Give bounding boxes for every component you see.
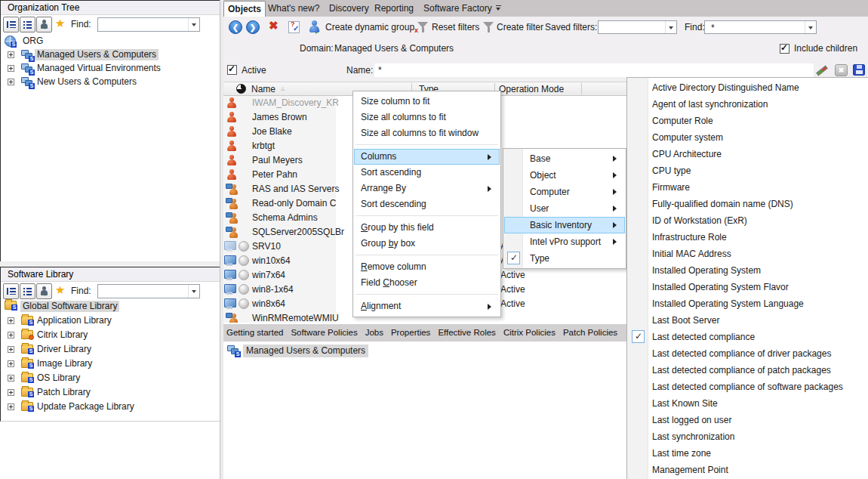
menu-item-intel-vpro-support[interactable]: Intel vPro support bbox=[503, 233, 626, 250]
bottom-tab-patch-policies[interactable]: Patch Policies bbox=[560, 324, 620, 341]
favorites-star-icon[interactable]: ★ bbox=[55, 17, 65, 30]
menu-item-basic-inventory[interactable]: Basic Inventory bbox=[503, 217, 626, 233]
menu-item-installed-operating-system[interactable]: Installed Operating System bbox=[627, 262, 868, 279]
column-header-operation-mode[interactable]: Operation Mode bbox=[499, 82, 564, 96]
menu-item-last-detected-compliance-of-patch-packages[interactable]: Last detected compliance of patch packag… bbox=[627, 362, 868, 379]
menu-item-remove-column[interactable]: Remove column bbox=[353, 259, 500, 275]
save-filter-icon[interactable] bbox=[853, 64, 865, 76]
create-filter-button[interactable]: Create filter bbox=[497, 17, 543, 38]
menu-item-last-detected-compliance-of-driver-packages[interactable]: Last detected compliance of driver packa… bbox=[627, 345, 868, 362]
lib-find-combo[interactable] bbox=[97, 284, 200, 298]
menu-item-alignment[interactable]: Alignment bbox=[353, 298, 500, 314]
delete-button[interactable]: ✖ bbox=[269, 19, 279, 32]
menu-item-size-column-to-fit[interactable]: Size column to fit bbox=[353, 94, 500, 110]
dynamic-group-icon[interactable] bbox=[309, 20, 321, 33]
saved-filters-combo[interactable] bbox=[598, 20, 677, 34]
tab-discovery[interactable]: Discovery bbox=[329, 0, 369, 17]
tree-item[interactable]: SNew Users & Computers bbox=[2, 76, 221, 89]
software-factory-dropdown-icon[interactable] bbox=[495, 5, 502, 11]
lib-tree-view-button[interactable] bbox=[3, 283, 19, 299]
menu-item-last-logged-on-user[interactable]: Last logged on user bbox=[627, 412, 868, 428]
tree-root-item[interactable]: SORG bbox=[2, 35, 221, 48]
tree-item[interactable]: SManaged Users & Computers bbox=[2, 48, 221, 62]
tree-item[interactable]: SManaged Virtual Environments bbox=[2, 62, 221, 76]
back-button[interactable]: ❮ bbox=[229, 20, 242, 34]
menu-item-group-by-this-field[interactable]: Group by this field bbox=[353, 220, 500, 236]
menu-item-last-detected-compliance-of-software-packages[interactable]: Last detected compliance of software pac… bbox=[627, 379, 868, 395]
org-find-combo[interactable] bbox=[97, 17, 200, 32]
reset-filters-icon[interactable]: x bbox=[417, 21, 429, 33]
column-separator[interactable] bbox=[581, 83, 582, 94]
tab-what-s-new-[interactable]: What's new? bbox=[268, 0, 319, 17]
edit-filter-icon[interactable] bbox=[817, 64, 829, 76]
lib-favorites-star-icon[interactable]: ★ bbox=[55, 283, 65, 297]
list-view-button[interactable] bbox=[20, 17, 35, 32]
menu-item-active-directory-distinguished-name[interactable]: Active Directory Distinguished Name bbox=[627, 79, 868, 96]
menu-item-size-all-columns-to-fit-window[interactable]: Size all columns to fit window bbox=[353, 125, 500, 141]
tree-item[interactable]: Citrix Library bbox=[2, 329, 221, 343]
menu-item-computer-system[interactable]: Computer system bbox=[627, 129, 868, 146]
menu-item-last-time-zone[interactable]: Last time zone bbox=[627, 445, 868, 462]
reset-filters-button[interactable]: Reset filters bbox=[432, 17, 479, 38]
row-type-header-icon[interactable] bbox=[236, 84, 246, 94]
menu-item-base[interactable]: Base bbox=[503, 150, 626, 167]
name-filter-field[interactable]: * bbox=[374, 63, 814, 77]
menu-item-last-boot-server[interactable]: Last Boot Server bbox=[627, 312, 868, 329]
menu-item-id-of-workstation-exr-[interactable]: ID of Workstation (ExR) bbox=[627, 212, 868, 229]
bottom-tab-software-policies[interactable]: Software Policies bbox=[288, 324, 360, 341]
menu-item-object[interactable]: Object bbox=[503, 167, 626, 184]
org-find-combo-arrow[interactable] bbox=[188, 18, 199, 31]
active-filter-checkbox[interactable]: ✓ bbox=[227, 65, 237, 75]
menu-item-initial-mac-address[interactable]: Initial MAC Address bbox=[627, 246, 868, 262]
forward-button[interactable]: ❯ bbox=[246, 20, 260, 34]
bottom-tab-jobs[interactable]: Jobs bbox=[362, 324, 386, 341]
tree-item[interactable]: SOS Library bbox=[2, 372, 221, 386]
menu-item-sort-descending[interactable]: Sort descending bbox=[353, 196, 500, 212]
menu-item-arrange-by[interactable]: Arrange By bbox=[353, 181, 500, 196]
tree-root-item[interactable]: SGlobal Software Library bbox=[2, 300, 221, 314]
expander-icon[interactable] bbox=[8, 389, 14, 396]
expander-icon[interactable] bbox=[8, 317, 14, 324]
menu-item-last-known-site[interactable]: Last Known Site bbox=[627, 395, 868, 412]
column-header-name[interactable]: Name bbox=[251, 82, 275, 96]
create-filter-icon[interactable] bbox=[483, 21, 494, 33]
menu-item-last-detected-compliance[interactable]: Last detected compliance bbox=[627, 329, 868, 345]
menu-item-cpu-architecture[interactable]: CPU Architecture bbox=[627, 146, 868, 162]
panel-splitter-gap[interactable] bbox=[0, 261, 221, 267]
menu-item-field-chooser[interactable]: Field Chooser bbox=[353, 275, 500, 291]
tab-objects[interactable]: Objects bbox=[223, 1, 266, 17]
menu-item-sort-ascending[interactable]: Sort ascending bbox=[353, 165, 500, 181]
menu-item-installed-operating-system-language[interactable]: Installed Operating System Language bbox=[627, 295, 868, 312]
include-children-checkbox[interactable]: ✓ bbox=[780, 44, 790, 54]
expander-icon[interactable] bbox=[8, 375, 14, 382]
menu-item-installed-operating-system-flavor[interactable]: Installed Operating System Flavor bbox=[627, 279, 868, 295]
tab-software-factory[interactable]: Software Factory bbox=[423, 0, 492, 17]
bottom-tab-effective-roles[interactable]: Effective Roles bbox=[435, 324, 499, 341]
create-dynamic-group-button[interactable]: Create dynamic group bbox=[325, 17, 414, 38]
tree-item[interactable]: SUpdate Package Library bbox=[2, 400, 221, 415]
menu-item-last-synchronization[interactable]: Last synchronization bbox=[627, 428, 868, 445]
menu-item-group-by-box[interactable]: Group by box bbox=[353, 236, 500, 252]
tree-item[interactable]: SDriver Library bbox=[2, 343, 221, 357]
expander-icon[interactable] bbox=[8, 332, 14, 338]
expander-icon[interactable] bbox=[8, 65, 14, 72]
tree-item[interactable]: SImage Library bbox=[2, 357, 221, 372]
bottom-tab-citrix-policies[interactable]: Citrix Policies bbox=[500, 324, 559, 341]
lib-user-view-button[interactable] bbox=[36, 283, 52, 299]
tab-reporting[interactable]: Reporting bbox=[374, 0, 414, 17]
menu-item-user[interactable]: User bbox=[503, 200, 626, 217]
menu-item-management-point[interactable]: Management Point bbox=[627, 462, 868, 478]
bottom-tab-properties[interactable]: Properties bbox=[388, 324, 433, 341]
menu-item-computer[interactable]: Computer bbox=[503, 184, 626, 200]
saved-filters-combo-arrow[interactable] bbox=[665, 21, 676, 33]
menu-item-infrastructure-role[interactable]: Infrastructure Role bbox=[627, 229, 868, 246]
clear-filter-icon[interactable]: ✖ bbox=[835, 64, 848, 76]
bottom-tab-getting-started[interactable]: Getting started bbox=[223, 324, 286, 341]
expander-icon[interactable] bbox=[8, 79, 14, 85]
menu-item-cpu-type[interactable]: CPU type bbox=[627, 162, 868, 179]
lib-list-view-button[interactable] bbox=[20, 283, 35, 299]
menu-item-size-all-columns-to-fit[interactable]: Size all columns to fit bbox=[353, 110, 500, 125]
menu-item-computer-role[interactable]: Computer Role bbox=[627, 113, 868, 129]
lib-find-combo-arrow[interactable] bbox=[188, 285, 199, 298]
tree-view-button[interactable] bbox=[3, 17, 19, 32]
